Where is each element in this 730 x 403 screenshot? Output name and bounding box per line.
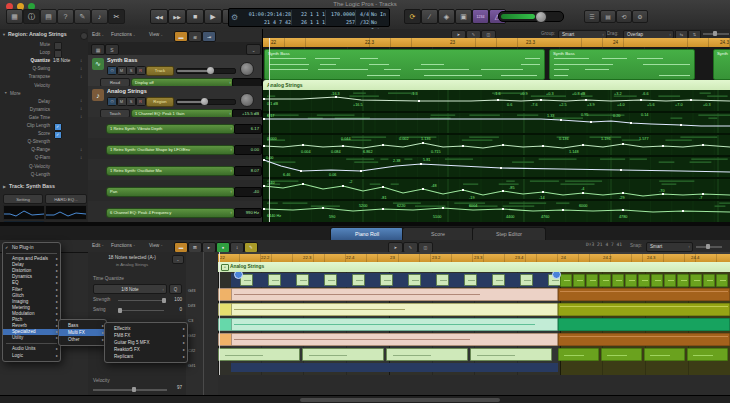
eq-thumbnail[interactable] <box>45 205 87 220</box>
master-volume-thumb[interactable] <box>535 11 547 23</box>
midi-note[interactable] <box>664 274 676 287</box>
automation-lane-header[interactable]: 6 Channel EQ: Peak 4 Frequency↕990 Hz <box>88 201 262 223</box>
flex-toggle-button[interactable]: ≋ <box>188 31 202 42</box>
pr-menu-view[interactable]: View ⌄ <box>149 243 159 248</box>
menu-item[interactable]: Other▸ <box>59 336 106 343</box>
midi-note[interactable] <box>677 274 689 287</box>
low-latency-button[interactable]: ◈ <box>438 9 455 24</box>
inspector-row[interactable]: Q-Swing↕ <box>0 65 88 73</box>
pr-scrollbar[interactable] <box>0 395 730 403</box>
menu-item[interactable]: Replicant▸ <box>105 353 187 360</box>
piano-key-label[interactable]: C♯2 <box>188 348 195 353</box>
swing-slider[interactable] <box>118 310 164 312</box>
record-enable-button[interactable]: R <box>136 97 146 106</box>
inspector-row[interactable]: Velocity <box>0 82 88 90</box>
midi-note[interactable] <box>560 274 572 287</box>
selected-midi-note[interactable] <box>268 274 281 286</box>
rewind-button[interactable]: ◀◀ <box>150 9 168 24</box>
catch-playhead-button[interactable]: ⇥ <box>202 31 216 42</box>
automation-area[interactable]: 0.1 dB-16.3+16.5-1.3-1.6+0.9+0.3+0.8 dB+… <box>263 90 730 222</box>
inspector-row[interactable]: Delay↕ <box>0 98 88 106</box>
velocity-slider[interactable] <box>93 389 167 391</box>
lane-parameter-select[interactable]: 6 Channel EQ: Peak 4 Frequency↕ <box>106 208 235 218</box>
track-header[interactable]: ∿Synth Bass⏻MSRTrackReadDisplay off↕ <box>88 55 262 87</box>
automation-target-badge[interactable]: Track <box>146 66 174 76</box>
inspector-row[interactable]: Dynamics↕ <box>0 106 88 114</box>
pan-knob[interactable] <box>240 93 254 107</box>
menu-item[interactable]: FM8 FX▸ <box>105 332 187 339</box>
record-enable-button[interactable]: R <box>136 66 146 75</box>
inspector-row[interactable]: Q-Range↕ <box>0 146 88 154</box>
catch-button[interactable]: ▸ <box>202 242 216 253</box>
menu-item[interactable]: Reaktor5 FX▸ <box>105 346 187 353</box>
pr-scrollbar-thumb[interactable] <box>300 398 500 402</box>
inspector-row[interactable]: Transpose↕ <box>0 73 88 81</box>
stop-button[interactable]: ■ <box>186 9 204 24</box>
selected-midi-note[interactable] <box>218 303 232 316</box>
playhead[interactable] <box>269 38 270 222</box>
midi-note[interactable] <box>687 348 728 361</box>
cut-sections-button[interactable]: ✂ <box>108 9 125 24</box>
menu-item[interactable]: Logic▸ <box>3 353 60 359</box>
midi-note[interactable] <box>558 348 599 361</box>
master-solo-button[interactable]: S <box>105 44 119 55</box>
menu-item[interactable]: Guitar Rig 5 MFX▸ <box>105 339 187 346</box>
midi-note[interactable] <box>558 333 730 346</box>
mute-button[interactable]: M <box>117 66 127 75</box>
midi-environment-button[interactable]: ♪ <box>91 9 108 24</box>
menu-view[interactable]: View ⌄ <box>149 32 159 37</box>
menu-item[interactable]: Effectrix▸ <box>105 325 187 332</box>
track-header[interactable]: ♪Analog Strings⏻MSRRegionTouch1 Channel … <box>88 86 262 118</box>
midi-note[interactable] <box>599 274 611 287</box>
tab-score[interactable]: Score <box>402 227 474 240</box>
pr-menu-functions[interactable]: Functions ⌄ <box>111 243 132 248</box>
pan-knob[interactable] <box>240 62 254 76</box>
autopunch-button[interactable]: ∕ <box>421 9 438 24</box>
inspector-row[interactable]: Q-Velocity <box>0 163 88 171</box>
midi-note[interactable] <box>612 274 624 287</box>
piano-key-label[interactable]: G♯2 <box>188 333 196 338</box>
lcd-gear-icon[interactable]: ⚙ <box>231 13 241 23</box>
menu-item[interactable]: Utility▸ <box>3 335 60 341</box>
menu-item[interactable]: No Plug-in✓ <box>3 245 60 251</box>
inspector-row[interactable]: Score✓ <box>0 130 88 138</box>
solo-button[interactable]: S <box>126 66 136 75</box>
undo-history-button[interactable]: ⟲ <box>616 10 632 23</box>
track-options-button[interactable]: ⌄ <box>246 44 261 55</box>
selected-midi-note[interactable] <box>492 274 505 286</box>
midi-note[interactable] <box>651 274 663 287</box>
selected-midi-note[interactable] <box>218 348 300 361</box>
selected-midi-note[interactable] <box>352 274 365 286</box>
region-settings-icon[interactable] <box>80 32 88 40</box>
midi-note[interactable] <box>644 348 685 361</box>
selected-midi-note[interactable] <box>464 274 477 286</box>
selected-midi-note[interactable] <box>386 348 468 361</box>
automation-lane-header[interactable]: 1 Retro Synth: Vibrato Depth↕6.17 <box>88 117 262 139</box>
quantize-apply-button[interactable]: Q <box>169 284 182 294</box>
inspector-row[interactable]: Clip Length✓ <box>0 122 88 130</box>
note-grid[interactable] <box>218 272 730 375</box>
selected-midi-note[interactable] <box>520 274 533 286</box>
selected-midi-note[interactable] <box>470 348 552 361</box>
snap-select[interactable]: Smart↕ <box>646 242 693 252</box>
piano-key-label[interactable]: G♯1 <box>188 363 196 368</box>
track-volume-slider[interactable] <box>176 99 236 105</box>
lane-parameter-select[interactable]: 1 Retro Synth: Vibrato Depth↕ <box>106 124 235 134</box>
menu-edit[interactable]: Edit ⌄ <box>92 32 100 37</box>
midi-note[interactable] <box>558 288 730 301</box>
midi-note[interactable] <box>573 274 585 287</box>
library-button[interactable]: ▦ <box>6 9 23 24</box>
power-button[interactable]: ⏻ <box>107 66 117 75</box>
midi-in-button[interactable]: ● <box>216 242 230 253</box>
velocity-tool-button[interactable]: ↕ <box>230 242 244 253</box>
midi-note[interactable] <box>638 274 650 287</box>
selected-midi-note[interactable] <box>218 318 232 331</box>
pr-pointer-tool-button[interactable]: ➤ <box>388 242 403 253</box>
note-pads-button[interactable]: ▤ <box>600 10 616 23</box>
global-tracks-button[interactable]: ▦ <box>91 44 105 55</box>
inspector-row[interactable]: Quantize1/8 Note↕ <box>0 57 88 65</box>
selected-midi-note[interactable] <box>324 274 337 286</box>
eq-thumbnail[interactable] <box>3 205 45 220</box>
setting-button[interactable]: Setting <box>3 194 43 204</box>
solo-button[interactable]: S <box>126 97 136 106</box>
